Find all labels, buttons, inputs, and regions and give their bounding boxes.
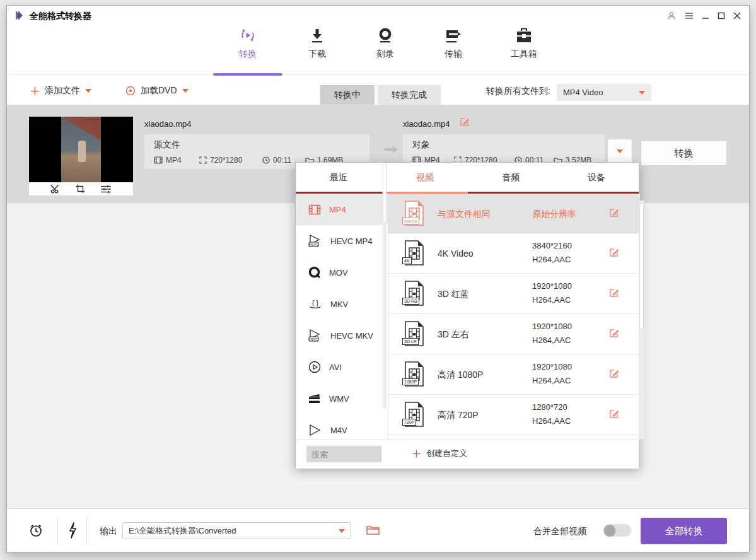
tab-toolbox-label: 工具箱 (496, 49, 552, 60)
effects-icon[interactable] (100, 185, 112, 194)
preset-badge: 3D LR (402, 338, 419, 345)
edit-preset-icon[interactable] (609, 328, 620, 338)
source-panel-title: 源文件 (154, 139, 369, 151)
menu-icon[interactable] (682, 9, 696, 22)
target-panel-title: 对象 (412, 139, 605, 151)
add-files-button[interactable]: 添加文件 (30, 76, 91, 105)
schedule-icon[interactable] (28, 523, 44, 538)
load-dvd-button[interactable]: 加载DVD (125, 76, 189, 105)
output-label: 输出 (100, 526, 117, 537)
header: 全能格式转换器 转换 下载 (7, 6, 749, 76)
preset-resolution: 1280*720 (532, 402, 567, 412)
output-path-select[interactable]: E:\全能格式转换器\Converted (122, 522, 351, 539)
maximize-button[interactable] (714, 9, 728, 22)
tab-transfer-label: 传输 (425, 49, 482, 60)
popup-tab-audio[interactable]: 音频 (468, 163, 554, 192)
edit-preset-icon[interactable] (609, 409, 620, 419)
preset-name: 3D 红蓝 (438, 289, 469, 300)
sidebar-item-hevc-mp4[interactable]: HEVC HEVC MP4 (296, 225, 388, 257)
preset-3d-redblue[interactable]: 3D RB 3D 红蓝 1920*1080 H264,AAC (388, 274, 640, 314)
divider (86, 516, 87, 544)
sidebar-item-hevc-mkv[interactable]: HEVC HEVC MKV (296, 320, 388, 351)
thumbnail-figure (78, 141, 86, 162)
edit-preset-icon[interactable] (609, 247, 620, 257)
preset-codec: H264,AAC (532, 416, 571, 426)
sidebar-item-mkv[interactable]: { } MKV (296, 288, 388, 320)
preset-resolution: 原始分辨率 (532, 209, 576, 220)
convert-all-button[interactable]: 全部转换 (641, 518, 727, 544)
source-file-name: xiaodao.mp4 (144, 119, 191, 129)
tab-download[interactable]: 下载 (289, 26, 346, 60)
rename-icon[interactable] (460, 117, 470, 127)
popup-footer: 创建自定义 (296, 440, 639, 469)
merge-toggle-knob (604, 525, 615, 536)
preset-3d-leftright[interactable]: 3D LR 3D 左右 1920*1080 H264,AAC (388, 314, 640, 354)
convert-icon (219, 26, 276, 45)
svg-text:{ }: { } (312, 299, 319, 306)
preset-resolution: 1920*1080 (532, 281, 572, 291)
chevron-down-icon (617, 149, 623, 153)
format-picker-popup: 最近 视频 音频 设备 MP4 HEVC HEVC MP4 MOV { } MK… (295, 162, 639, 468)
preset-resolution: 3840*2160 (532, 241, 572, 250)
sidebar-item-m4v[interactable]: M4V (296, 414, 388, 440)
tab-convert-finished[interactable]: 转换完成 (378, 85, 441, 105)
quicktime-icon (308, 266, 321, 279)
add-files-label: 添加文件 (45, 85, 80, 96)
preset-resolution: 1920*1080 (532, 322, 572, 331)
sidebar-item-label: MOV (329, 268, 348, 277)
search-input[interactable] (306, 446, 381, 462)
close-button[interactable] (730, 9, 744, 22)
tab-toolbox[interactable]: 工具箱 (496, 26, 552, 60)
tab-burn[interactable]: 刻录 (357, 26, 414, 60)
preset-name: 4K Video (438, 248, 474, 259)
popup-tab-device[interactable]: 设备 (554, 163, 639, 192)
preset-hd-1080p[interactable]: 1080P 高清 1080P 1920*1080 H264,AAC (388, 354, 640, 395)
preset-same-as-source[interactable]: source 与源文件相同 原始分辨率 (388, 194, 640, 233)
sidebar-item-mp4[interactable]: MP4 (296, 194, 388, 225)
tab-convert[interactable]: 转换 (219, 26, 276, 60)
high-speed-icon[interactable] (67, 522, 78, 539)
hevc-play-icon: HEVC (308, 329, 322, 342)
edit-preset-icon[interactable] (609, 368, 620, 378)
sidebar-scrollbar-thumb[interactable] (383, 163, 387, 223)
user-account-icon[interactable] (665, 9, 678, 22)
output-format-value: MP4 Video (563, 88, 603, 97)
header-divider (7, 74, 749, 75)
trim-icon[interactable] (50, 184, 61, 194)
output-format-select[interactable]: MP4 Video (557, 84, 651, 101)
preset-codec: H264,AAC (532, 295, 571, 305)
preset-codec: H264,AAC (532, 335, 571, 345)
app-title: 全能格式转换器 (30, 11, 91, 22)
popup-tab-recent[interactable]: 最近 (296, 163, 381, 192)
minimize-button[interactable] (699, 9, 712, 22)
preset-codec: H264,AAC (532, 376, 571, 385)
sidebar-item-avi[interactable]: AVI (296, 351, 388, 383)
transfer-icon (425, 26, 482, 45)
video-thumbnail[interactable] (29, 117, 133, 195)
hevc-play-icon: HEVC (308, 235, 322, 247)
tab-download-label: 下载 (289, 49, 346, 60)
preset-list-scrollbar[interactable] (639, 201, 644, 439)
create-custom-button[interactable]: 创建自定义 (412, 448, 467, 459)
sidebar-item-mov[interactable]: MOV (296, 257, 388, 288)
edit-preset-icon[interactable] (609, 288, 620, 298)
target-format-dropdown-button[interactable] (607, 139, 632, 164)
burn-disc-icon (357, 26, 414, 45)
crop-icon[interactable] (76, 184, 85, 194)
sidebar-scrollbar[interactable] (383, 163, 387, 409)
popup-tab-video[interactable]: 视频 (382, 163, 468, 192)
clapperboard-icon (308, 393, 321, 404)
tab-converting[interactable]: 转换中 (320, 85, 375, 105)
toolbar: 添加文件 加载DVD 转换中 转换完成 转换所有文件到: MP4 Video (7, 76, 749, 105)
tab-transfer[interactable]: 传输 (425, 26, 482, 60)
merge-toggle[interactable] (603, 524, 631, 537)
sidebar-item-label: HEVC MP4 (330, 236, 372, 246)
preset-list-scrollbar-thumb[interactable] (639, 203, 644, 329)
convert-button[interactable]: 转换 (641, 141, 727, 166)
preset-resolution: 1920*1080 (532, 362, 572, 371)
sidebar-item-wmv[interactable]: WMV (296, 383, 388, 414)
preset-4k-video[interactable]: 4K 4K Video 3840*2160 H264,AAC (388, 233, 640, 274)
edit-preset-icon[interactable] (609, 207, 620, 218)
preset-hd-720p[interactable]: 720P 高清 720P 1280*720 H264,AAC (388, 395, 640, 435)
open-folder-icon[interactable] (366, 524, 380, 535)
